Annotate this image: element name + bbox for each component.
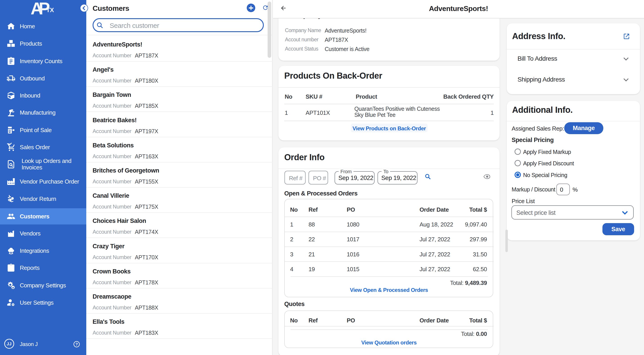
svg-text:?: ?	[76, 342, 78, 346]
